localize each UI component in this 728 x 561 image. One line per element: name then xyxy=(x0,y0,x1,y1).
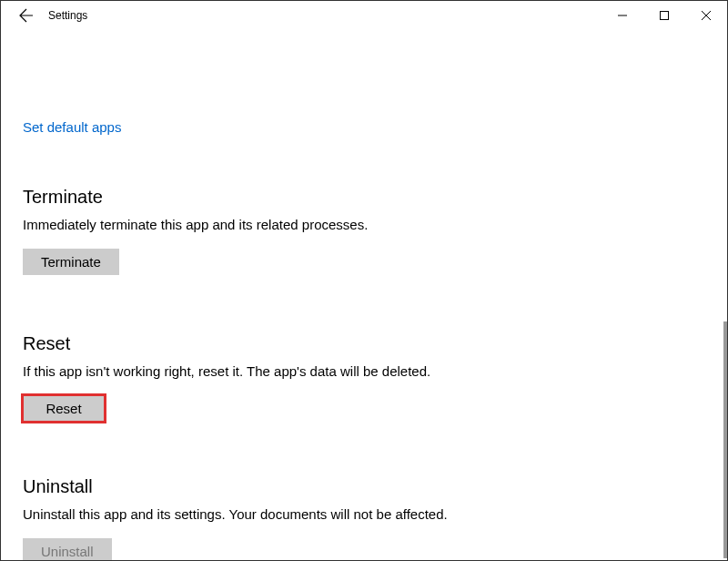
terminate-heading: Terminate xyxy=(23,187,705,208)
terminate-description: Immediately terminate this app and its r… xyxy=(23,217,705,232)
back-button[interactable] xyxy=(8,1,45,30)
reset-heading: Reset xyxy=(23,333,705,354)
minimize-button[interactable] xyxy=(602,1,643,30)
reset-description: If this app isn't working right, reset i… xyxy=(23,363,705,379)
reset-button[interactable]: Reset xyxy=(23,395,105,422)
terminate-button[interactable]: Terminate xyxy=(23,249,119,275)
svg-rect-0 xyxy=(661,12,669,20)
uninstall-button: Uninstall xyxy=(23,538,112,561)
close-icon xyxy=(702,11,711,20)
settings-content: Set default apps Terminate Immediately t… xyxy=(1,30,727,561)
maximize-icon xyxy=(660,11,669,20)
window-title: Settings xyxy=(48,9,87,22)
uninstall-heading: Uninstall xyxy=(23,476,705,497)
minimize-icon xyxy=(618,11,627,20)
scrollbar[interactable] xyxy=(723,30,727,560)
close-button[interactable] xyxy=(685,1,727,30)
window-controls xyxy=(602,1,727,30)
uninstall-description: Uninstall this app and its settings. You… xyxy=(23,506,705,522)
set-default-apps-link[interactable]: Set default apps xyxy=(23,119,121,135)
scrollbar-thumb[interactable] xyxy=(723,321,727,558)
back-arrow-icon xyxy=(19,8,34,23)
titlebar: Settings xyxy=(1,1,727,30)
maximize-button[interactable] xyxy=(643,1,685,30)
